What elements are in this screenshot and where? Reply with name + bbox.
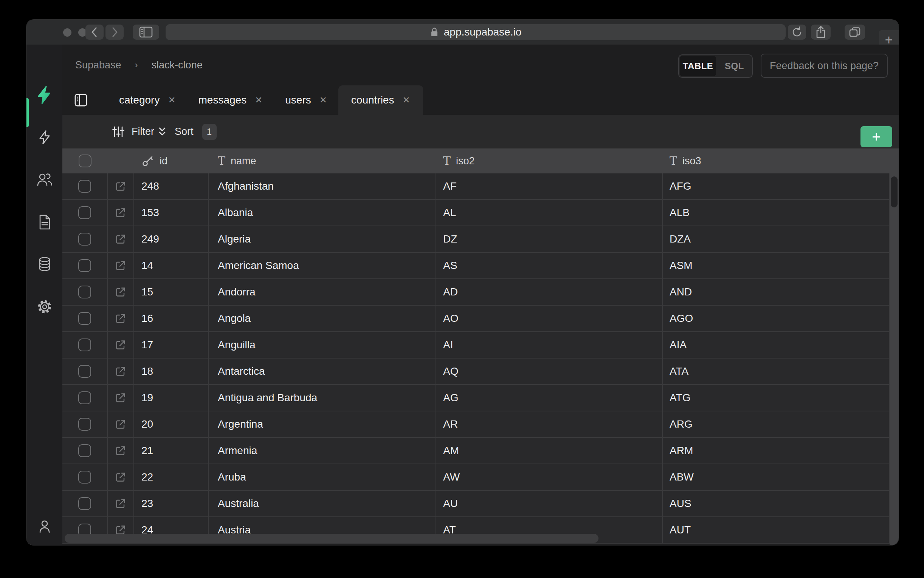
column-header-id[interactable]: id	[134, 148, 209, 174]
column-header-iso3[interactable]: T iso3	[663, 148, 890, 174]
cell-name[interactable]: Afghanistan	[209, 174, 436, 199]
supabase-logo[interactable]	[26, 85, 62, 105]
cell-id[interactable]: 21	[134, 438, 209, 464]
external-link-icon[interactable]	[115, 392, 126, 403]
row-checkbox[interactable]	[78, 312, 91, 325]
table-list-toggle-button[interactable]	[74, 93, 88, 108]
cell-iso2[interactable]: AL	[436, 200, 663, 226]
cell-id[interactable]: 249	[134, 226, 209, 252]
cell-name[interactable]: Anguilla	[209, 332, 436, 358]
close-icon[interactable]: ✕	[255, 95, 262, 106]
address-bar[interactable]: app.supabase.io	[166, 24, 786, 40]
cell-id[interactable]: 15	[134, 279, 209, 305]
row-checkbox[interactable]	[78, 286, 91, 299]
external-link-icon[interactable]	[115, 260, 126, 271]
close-icon[interactable]: ✕	[168, 95, 176, 106]
cell-iso3[interactable]: AFG	[663, 174, 890, 199]
cell-iso3[interactable]: AGO	[663, 305, 890, 331]
cell-name[interactable]: Antigua and Barbuda	[209, 385, 436, 411]
cell-id[interactable]: 20	[134, 411, 209, 437]
cell-iso3[interactable]: ATA	[663, 359, 890, 384]
share-button[interactable]	[811, 24, 831, 40]
cell-id[interactable]: 153	[134, 200, 209, 226]
external-link-icon[interactable]	[115, 419, 126, 430]
row-checkbox[interactable]	[78, 180, 91, 193]
table-view-button[interactable]: TABLE	[680, 56, 716, 76]
cell-iso3[interactable]: ARM	[663, 438, 890, 464]
sidebar-item-database[interactable]	[26, 256, 62, 272]
row-checkbox[interactable]	[78, 444, 91, 457]
cell-iso3[interactable]: ARG	[663, 411, 890, 437]
row-checkbox[interactable]	[78, 365, 91, 378]
cell-iso3[interactable]: ATG	[663, 385, 890, 411]
back-button[interactable]	[85, 24, 104, 40]
row-checkbox[interactable]	[78, 471, 91, 484]
column-header-name[interactable]: T name	[209, 148, 436, 174]
external-link-icon[interactable]	[115, 313, 126, 324]
cell-id[interactable]: 22	[134, 464, 209, 490]
cell-id[interactable]: 16	[134, 305, 209, 331]
row-checkbox[interactable]	[78, 206, 91, 219]
close-icon[interactable]: ✕	[319, 95, 327, 106]
cell-iso2[interactable]: AU	[436, 491, 663, 516]
tab-overview-button[interactable]	[844, 24, 865, 40]
cell-id[interactable]: 17	[134, 332, 209, 358]
feedback-button[interactable]: Feedback on this page?	[761, 54, 888, 78]
cell-id[interactable]: 23	[134, 491, 209, 516]
cell-name[interactable]: Aruba	[209, 464, 436, 490]
cell-iso3[interactable]: DZA	[663, 226, 890, 252]
vertical-scrollbar-track[interactable]	[890, 148, 899, 545]
cell-id[interactable]: 18	[134, 359, 209, 384]
cell-iso3[interactable]: ASM	[663, 253, 890, 278]
cell-iso2[interactable]: AS	[436, 253, 663, 278]
cell-iso2[interactable]: AF	[436, 174, 663, 199]
row-checkbox[interactable]	[78, 391, 91, 404]
external-link-icon[interactable]	[115, 339, 126, 351]
cell-name[interactable]: Antarctica	[209, 359, 436, 384]
external-link-icon[interactable]	[115, 180, 126, 192]
cell-id[interactable]: 19	[134, 385, 209, 411]
cell-iso2[interactable]: AG	[436, 385, 663, 411]
sidebar-item-docs[interactable]	[26, 214, 62, 231]
cell-name[interactable]: Albania	[209, 200, 436, 226]
cell-iso3[interactable]: ALB	[663, 200, 890, 226]
row-checkbox[interactable]	[78, 233, 91, 245]
tab-users[interactable]: users ✕	[274, 85, 338, 115]
sql-view-button[interactable]: SQL	[717, 61, 752, 71]
cell-id[interactable]: 14	[134, 253, 209, 278]
cell-name[interactable]: Angola	[209, 305, 436, 331]
row-checkbox[interactable]	[78, 338, 91, 351]
external-link-icon[interactable]	[115, 207, 126, 218]
cell-iso2[interactable]: AM	[436, 438, 663, 464]
sidebar-item-table-editor[interactable]	[26, 130, 62, 145]
tab-countries[interactable]: countries ✕	[338, 85, 423, 115]
row-checkbox[interactable]	[78, 497, 91, 510]
sidebar-item-settings[interactable]	[26, 299, 62, 315]
close-icon[interactable]: ✕	[402, 95, 410, 106]
cell-name[interactable]: Algeria	[209, 226, 436, 252]
cell-iso3[interactable]: AIA	[663, 332, 890, 358]
cell-name[interactable]: Argentina	[209, 411, 436, 437]
breadcrumb-project[interactable]: slack-clone	[151, 59, 203, 71]
cell-iso3[interactable]: AND	[663, 279, 890, 305]
cell-iso3[interactable]: AUT	[663, 517, 890, 543]
filter-button[interactable]: Filter	[112, 115, 154, 148]
breadcrumb-org[interactable]: Supabase	[75, 59, 121, 71]
column-header-iso2[interactable]: T iso2	[436, 148, 663, 174]
external-link-icon[interactable]	[115, 445, 126, 456]
row-checkbox[interactable]	[78, 418, 91, 431]
tab-messages[interactable]: messages ✕	[187, 85, 274, 115]
sidebar-item-auth[interactable]	[26, 172, 62, 188]
cell-iso3[interactable]: ABW	[663, 464, 890, 490]
cell-iso3[interactable]: AUS	[663, 491, 890, 516]
tab-category[interactable]: category ✕	[108, 85, 187, 115]
cell-name[interactable]: Australia	[209, 491, 436, 516]
cell-name[interactable]: Andorra	[209, 279, 436, 305]
cell-id[interactable]: 248	[134, 174, 209, 199]
sidebar-item-account[interactable]	[26, 519, 62, 534]
browser-sidebar-toggle-button[interactable]	[133, 24, 159, 40]
cell-iso2[interactable]: AO	[436, 305, 663, 331]
cell-iso2[interactable]: DZ	[436, 226, 663, 252]
reload-button[interactable]	[788, 24, 806, 40]
traffic-light-close[interactable]	[63, 28, 72, 37]
